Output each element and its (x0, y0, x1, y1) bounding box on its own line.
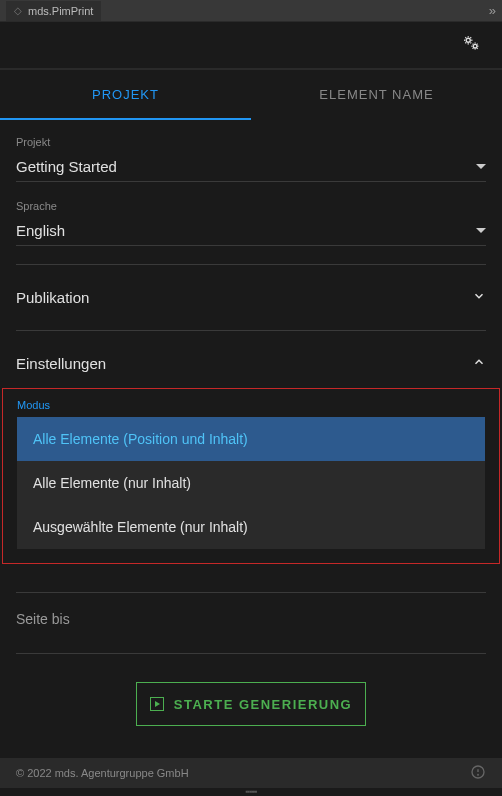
tab-projekt-label: PROJEKT (92, 87, 159, 102)
start-generation-button[interactable]: STARTE GENERIERUNG (136, 682, 366, 726)
play-icon (150, 697, 164, 711)
chevron-up-icon (472, 355, 486, 372)
projekt-field[interactable]: Projekt Getting Started (16, 136, 486, 182)
divider (16, 330, 486, 331)
seite-bis-field[interactable]: Seite bis (16, 611, 486, 654)
sprache-field[interactable]: Sprache English (16, 200, 486, 246)
dropdown-arrow-icon (476, 164, 486, 169)
info-icon[interactable] (470, 764, 486, 782)
input-underline (16, 592, 486, 593)
projekt-value: Getting Started (16, 158, 117, 175)
sprache-label: Sprache (16, 200, 486, 212)
modus-label: Modus (17, 399, 485, 411)
divider (16, 264, 486, 265)
toolbar (0, 22, 502, 70)
tab-projekt[interactable]: PROJEKT (0, 70, 251, 120)
expand-panel-icon[interactable]: » (489, 3, 496, 18)
svg-point-0 (466, 38, 470, 42)
sprache-value: English (16, 222, 65, 239)
publikation-label: Publikation (16, 289, 89, 306)
resize-grip-icon[interactable]: ▪▪▪▪▪▪ (245, 787, 256, 796)
generate-button-label: STARTE GENERIERUNG (174, 697, 352, 712)
content-area: Projekt Getting Started Sprache English … (0, 120, 502, 742)
modus-option-2[interactable]: Ausgewählte Elemente (nur Inhalt) (17, 505, 485, 549)
drag-handle-icon: ◇ (14, 5, 22, 16)
footer: © 2022 mds. Agenturgruppe GmbH (0, 758, 502, 788)
seite-bis-label: Seite bis (16, 611, 486, 627)
tab-element-name-label: ELEMENT NAME (319, 87, 433, 102)
dropdown-arrow-icon (476, 228, 486, 233)
svg-point-1 (473, 44, 477, 48)
projekt-label: Projekt (16, 136, 486, 148)
tab-element-name[interactable]: ELEMENT NAME (251, 70, 502, 120)
panel-title: mds.PimPrint (28, 5, 93, 17)
modus-option-0[interactable]: Alle Elemente (Position und Inhalt) (17, 417, 485, 461)
svg-point-4 (478, 774, 479, 775)
panel-tab[interactable]: ◇ mds.PimPrint (6, 1, 101, 21)
modus-option-1-label: Alle Elemente (nur Inhalt) (33, 475, 191, 491)
modus-option-0-label: Alle Elemente (Position und Inhalt) (33, 431, 248, 447)
publikation-section[interactable]: Publikation (16, 271, 486, 324)
einstellungen-section[interactable]: Einstellungen (16, 337, 486, 390)
einstellungen-label: Einstellungen (16, 355, 106, 372)
modus-highlight-box: Modus Alle Elemente (Position und Inhalt… (2, 388, 500, 564)
chevron-down-icon (472, 289, 486, 306)
input-underline (16, 653, 486, 654)
copyright-text: © 2022 mds. Agenturgruppe GmbH (16, 767, 189, 779)
title-bar: ◇ mds.PimPrint » (0, 0, 502, 22)
modus-option-2-label: Ausgewählte Elemente (nur Inhalt) (33, 519, 248, 535)
modus-options-list: Alle Elemente (Position und Inhalt) Alle… (17, 417, 485, 549)
settings-gears-icon[interactable] (460, 32, 482, 58)
modus-option-1[interactable]: Alle Elemente (nur Inhalt) (17, 461, 485, 505)
tab-bar: PROJEKT ELEMENT NAME (0, 70, 502, 120)
